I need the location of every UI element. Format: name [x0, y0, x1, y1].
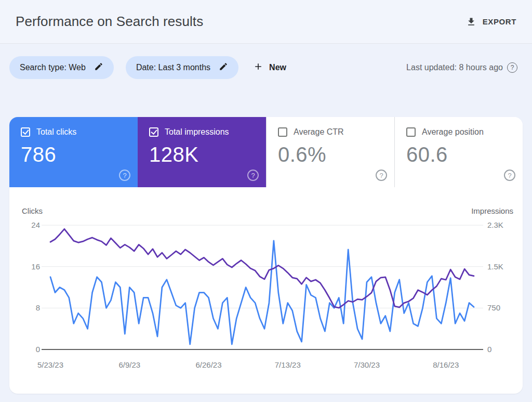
left-axis-tick: 24 — [9, 220, 40, 230]
edit-pencil-icon — [219, 62, 228, 73]
help-icon[interactable]: ? — [247, 170, 259, 181]
export-label: EXPORT — [483, 17, 516, 26]
x-axis-tick: 6/26/23 — [185, 360, 232, 369]
line-chart-canvas[interactable] — [9, 211, 523, 356]
last-updated-status: Last updated: 8 hours ago ? — [406, 62, 517, 73]
metric-label: Average CTR — [294, 127, 344, 137]
checkbox-unchecked-icon[interactable] — [406, 127, 416, 137]
left-axis-tick: 8 — [9, 303, 40, 313]
top-bar: Performance on Search results EXPORT — [0, 0, 532, 44]
checkbox-unchecked-icon[interactable] — [278, 127, 287, 137]
metric-value: 786 — [21, 143, 126, 166]
performance-chart: Clicks Impressions 241680 2.3K1.5K7500 5… — [9, 187, 523, 394]
page-title: Performance on Search results — [16, 14, 203, 30]
checkbox-checked-icon[interactable] — [149, 127, 158, 137]
date-range-chip[interactable]: Date: Last 3 months — [126, 56, 238, 79]
x-axis-tick: 7/30/23 — [343, 360, 390, 369]
x-axis-tick: 8/16/23 — [422, 360, 469, 369]
help-icon[interactable]: ? — [376, 170, 387, 181]
metric-value: 60.6 — [406, 143, 511, 166]
search-type-chip-label: Search type: Web — [20, 63, 86, 72]
new-button-label: New — [269, 63, 286, 72]
export-button[interactable]: EXPORT — [466, 17, 516, 27]
metric-value: 0.6% — [278, 143, 383, 166]
metric-label: Total clicks — [36, 127, 76, 137]
left-axis-tick: 0 — [9, 344, 40, 355]
series-line-clicks — [50, 241, 474, 344]
metric-value: 128K — [149, 143, 255, 166]
x-axis-tick: 7/13/23 — [264, 360, 311, 369]
performance-card: Total clicks 786 ? Total impressions 128… — [9, 117, 523, 394]
metric-card-average-ctr[interactable]: Average CTR 0.6% ? — [266, 117, 394, 187]
right-axis-tick: 1.5K — [487, 262, 503, 272]
search-type-chip[interactable]: Search type: Web — [9, 56, 114, 79]
x-axis-tick: 5/23/23 — [27, 360, 74, 369]
help-icon[interactable]: ? — [504, 170, 515, 181]
series-line-impressions — [50, 229, 474, 308]
right-axis-tick: 2.3K — [487, 220, 503, 230]
metric-card-total-clicks[interactable]: Total clicks 786 ? — [9, 117, 138, 187]
new-filter-button[interactable]: New — [253, 61, 286, 74]
checkbox-checked-icon[interactable] — [21, 127, 30, 137]
last-updated-text: Last updated: 8 hours ago — [406, 63, 503, 72]
left-axis-tick: 16 — [9, 262, 40, 272]
metric-label: Average position — [422, 127, 484, 137]
help-icon[interactable]: ? — [507, 62, 517, 73]
date-range-chip-label: Date: Last 3 months — [136, 63, 210, 72]
right-axis-tick: 0 — [487, 344, 491, 355]
filter-row: Search type: Web Date: Last 3 months New… — [0, 56, 532, 79]
right-axis-tick: 750 — [487, 303, 500, 313]
metric-row: Total clicks 786 ? Total impressions 128… — [9, 117, 523, 187]
download-icon — [466, 17, 476, 27]
plus-icon — [253, 61, 263, 74]
edit-pencil-icon — [94, 62, 103, 73]
x-axis-tick: 6/9/23 — [106, 360, 153, 369]
help-icon[interactable]: ? — [119, 170, 130, 181]
metric-label: Total impressions — [165, 127, 229, 137]
metric-card-total-impressions[interactable]: Total impressions 128K ? — [138, 117, 266, 187]
metric-card-average-position[interactable]: Average position 60.6 ? — [394, 117, 523, 187]
